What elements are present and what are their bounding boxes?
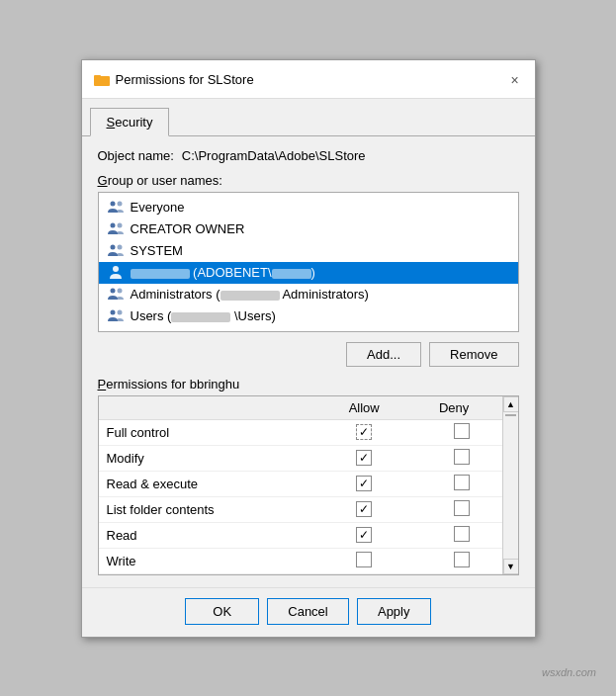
checkbox-allow-fullcontrol[interactable]: ✓ <box>356 424 372 440</box>
table-row: Full control ✓ <box>99 419 518 445</box>
checkbox-deny-write[interactable] <box>454 552 470 567</box>
table-row: Read ✓ <box>99 522 518 548</box>
permissions-table: Allow Deny Full control ✓ <box>99 396 518 574</box>
user-icon <box>107 200 125 216</box>
folder-icon <box>94 72 110 88</box>
checkbox-deny-listfolder[interactable] <box>454 500 470 516</box>
svg-point-7 <box>117 244 122 249</box>
checkbox-deny-readexecute[interactable] <box>454 475 470 490</box>
checkbox-allow-readexecute[interactable]: ✓ <box>356 476 372 491</box>
group-item-text: SYSTEM <box>131 243 183 258</box>
permissions-header: Permissions for bbringhu <box>98 377 519 392</box>
dialog-title: Permissions for SLStore <box>116 72 254 87</box>
title-bar: Permissions for SLStore × <box>82 60 535 99</box>
scroll-up-arrow[interactable]: ▲ <box>503 396 519 412</box>
dialog-content: Object name: C:\ProgramData\Adobe\SLStor… <box>82 136 535 587</box>
cancel-button[interactable]: Cancel <box>267 598 348 625</box>
svg-point-3 <box>117 201 122 206</box>
checkbox-allow-write[interactable] <box>356 552 372 567</box>
permissions-section: Permissions for bbringhu Allow Deny Full… <box>98 377 519 575</box>
group-section-label: Group or user names: <box>98 173 519 188</box>
list-item[interactable]: CREATOR OWNER <box>99 218 518 240</box>
table-row: List folder contents ✓ <box>99 496 518 522</box>
user-icon <box>107 308 125 324</box>
list-item[interactable]: (ADOBENET\) <box>99 262 518 284</box>
svg-rect-1 <box>94 75 101 78</box>
col-header-allow: Allow <box>322 396 406 420</box>
table-row: Read & execute ✓ <box>99 471 518 496</box>
add-button[interactable]: Add... <box>346 342 421 367</box>
permission-name: Modify <box>99 445 322 471</box>
close-button[interactable]: × <box>503 68 527 92</box>
col-header-name <box>99 396 322 420</box>
watermark: wsxdn.com <box>542 666 596 678</box>
user-icon <box>107 243 125 259</box>
group-item-text: Users ( \Users) <box>131 308 276 323</box>
tabs-bar: Security <box>82 99 535 136</box>
allow-cell[interactable]: ✓ <box>322 471 406 496</box>
checkbox-deny-fullcontrol[interactable] <box>454 423 470 439</box>
permission-name: List folder contents <box>99 496 322 522</box>
group-action-buttons: Add... Remove <box>98 342 519 367</box>
object-name-row: Object name: C:\ProgramData\Adobe\SLStor… <box>98 148 519 163</box>
allow-cell[interactable]: ✓ <box>322 522 406 548</box>
allow-cell[interactable] <box>322 548 406 573</box>
scroll-track <box>503 412 518 559</box>
remove-button[interactable]: Remove <box>429 342 518 367</box>
group-item-text: CREATOR OWNER <box>131 221 245 236</box>
svg-point-2 <box>110 201 115 206</box>
allow-cell[interactable]: ✓ <box>322 419 406 445</box>
scrollbar[interactable]: ▲ ▼ <box>502 396 518 574</box>
permission-name: Full control <box>99 419 322 445</box>
group-listbox[interactable]: Everyone CREATOR OWNER <box>98 192 519 332</box>
user-icon <box>107 287 125 303</box>
checkbox-allow-modify[interactable]: ✓ <box>356 450 372 466</box>
group-item-text: Administrators ( Administrators) <box>131 287 369 302</box>
list-item[interactable]: Users ( \Users) <box>99 305 518 327</box>
scroll-down-arrow[interactable]: ▼ <box>503 559 519 574</box>
checkbox-allow-listfolder[interactable]: ✓ <box>356 501 372 517</box>
permissions-table-wrapper: Allow Deny Full control ✓ <box>98 395 519 575</box>
ok-button[interactable]: OK <box>185 598 259 625</box>
group-item-text: Everyone <box>131 200 185 215</box>
group-item-text: (ADOBENET\) <box>131 265 315 280</box>
list-item[interactable]: SYSTEM <box>99 240 518 262</box>
checkbox-deny-read[interactable] <box>454 526 470 542</box>
apply-button[interactable]: Apply <box>357 598 431 625</box>
object-name-label: Object name: <box>98 148 174 163</box>
svg-point-5 <box>117 222 122 227</box>
table-header-row: Allow Deny <box>99 396 518 420</box>
table-row: Modify ✓ <box>99 445 518 471</box>
checkbox-allow-read[interactable]: ✓ <box>356 527 372 543</box>
title-bar-left: Permissions for SLStore <box>94 72 254 88</box>
allow-cell[interactable]: ✓ <box>322 445 406 471</box>
svg-point-4 <box>110 222 115 227</box>
svg-point-6 <box>110 244 115 249</box>
list-item[interactable]: Everyone <box>99 197 518 218</box>
permission-name: Read & execute <box>99 471 322 496</box>
list-item[interactable]: Administrators ( Administrators) <box>99 284 518 305</box>
user-icon <box>107 221 125 237</box>
permissions-dialog: Permissions for SLStore × Security Objec… <box>81 59 536 638</box>
svg-point-12 <box>117 309 122 314</box>
object-name-value: C:\ProgramData\Adobe\SLStore <box>182 148 366 163</box>
checkbox-deny-modify[interactable] <box>454 449 470 465</box>
svg-point-11 <box>110 309 115 314</box>
tab-security-label: Security <box>107 115 153 130</box>
permission-name: Read <box>99 522 322 548</box>
dialog-footer: OK Cancel Apply <box>82 587 535 637</box>
svg-point-10 <box>117 288 122 293</box>
permission-name: Write <box>99 548 322 573</box>
svg-point-8 <box>113 266 119 272</box>
user-icon <box>107 265 125 281</box>
svg-point-9 <box>110 288 115 293</box>
scroll-thumb[interactable] <box>505 414 516 416</box>
tab-security[interactable]: Security <box>90 108 170 136</box>
group-section: Group or user names: Everyone <box>98 173 519 332</box>
allow-cell[interactable]: ✓ <box>322 496 406 522</box>
table-row: Write <box>99 548 518 573</box>
